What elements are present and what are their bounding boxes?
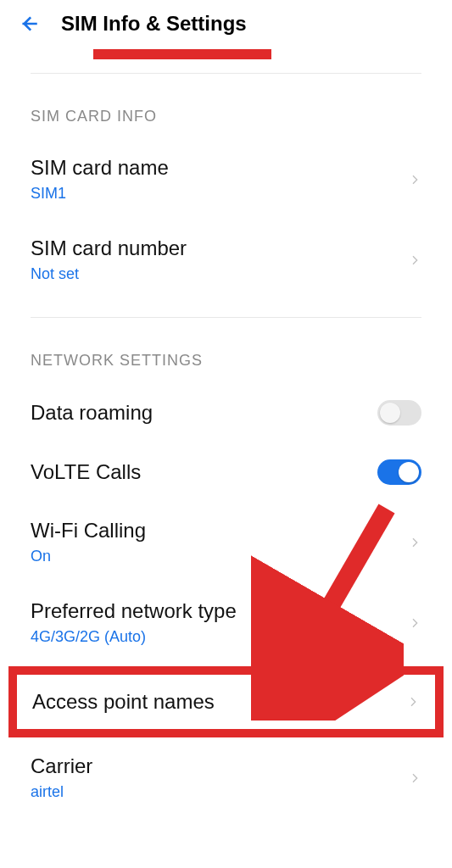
section-header-network: NETWORK SETTINGS (0, 318, 452, 387)
pref-network-label: Preferred network type (31, 599, 408, 623)
wifi-calling-value: On (31, 548, 408, 565)
section-header-sim-info: SIM CARD INFO (0, 74, 452, 142)
row-access-point-names[interactable]: Access point names (8, 666, 444, 737)
sim-card-number-label: SIM card number (31, 236, 408, 260)
row-wifi-calling[interactable]: Wi-Fi Calling On (0, 505, 452, 579)
carrier-label: Carrier (31, 754, 408, 778)
chevron-right-icon (408, 616, 421, 630)
row-preferred-network-type[interactable]: Preferred network type 4G/3G/2G (Auto) (0, 586, 452, 659)
row-carrier[interactable]: Carrier airtel (0, 737, 452, 815)
header-bar: SIM Info & Settings (0, 0, 452, 47)
redaction-bar (93, 49, 271, 59)
data-roaming-label: Data roaming (31, 401, 377, 425)
sim-card-number-value: Not set (31, 265, 408, 283)
chevron-right-icon (406, 695, 420, 709)
wifi-calling-label: Wi-Fi Calling (31, 519, 408, 542)
row-data-roaming[interactable]: Data roaming (0, 387, 452, 439)
back-icon[interactable] (17, 12, 41, 36)
volte-toggle[interactable] (377, 459, 421, 485)
chevron-right-icon (408, 173, 421, 186)
chevron-right-icon (408, 536, 421, 549)
volte-label: VoLTE Calls (31, 460, 377, 484)
page-title: SIM Info & Settings (61, 12, 247, 36)
row-sim-card-number[interactable]: SIM card number Not set (0, 223, 452, 297)
row-sim-card-name[interactable]: SIM card name SIM1 (0, 142, 452, 216)
pref-network-value: 4G/3G/2G (Auto) (31, 628, 408, 646)
chevron-right-icon (408, 253, 421, 267)
sim-card-name-label: SIM card name (31, 156, 408, 180)
sim-card-name-value: SIM1 (31, 185, 408, 203)
apn-label: Access point names (32, 690, 215, 714)
chevron-right-icon (408, 771, 421, 785)
data-roaming-toggle[interactable] (377, 400, 421, 426)
row-volte-calls[interactable]: VoLTE Calls (0, 446, 452, 498)
carrier-value: airtel (31, 783, 408, 801)
